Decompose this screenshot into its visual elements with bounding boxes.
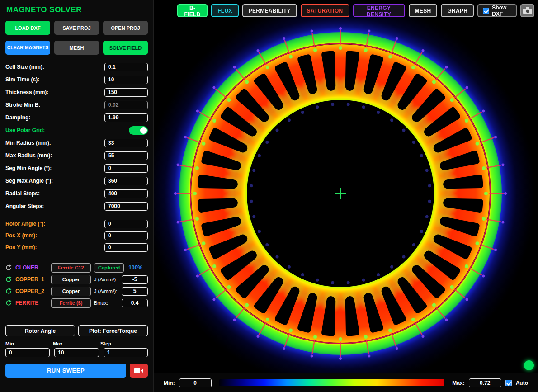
colorbar-max-input[interactable] — [469, 378, 501, 387]
max-radius-label: Max Radius (mm): — [5, 152, 52, 159]
material-name: COPPER_1 — [15, 276, 48, 283]
stroke-min-b-input[interactable] — [104, 101, 148, 109]
record-video-button[interactable] — [130, 364, 148, 378]
polar-grid-toggle[interactable] — [129, 126, 148, 135]
field-row: Radial Steps: — [5, 187, 148, 200]
use-polar-grid-label: Use Polar Grid: — [5, 127, 45, 133]
sweep-max-label: Max — [53, 341, 100, 346]
seg-min-angle-input[interactable] — [104, 164, 148, 173]
field-visualization-canvas[interactable] — [154, 0, 538, 373]
run-sweep-button[interactable]: RUN SWEEP — [5, 364, 126, 378]
field-row: Angular Steps: — [5, 200, 148, 213]
field-row: Pos Y (mm): — [5, 241, 148, 253]
max-radius-input[interactable] — [104, 151, 148, 160]
divider — [5, 258, 148, 258]
copper2-current-input[interactable] — [122, 287, 148, 296]
pos-y-label: Pos Y (mm): — [5, 244, 37, 250]
ferrite-material-button[interactable]: Ferrite ($) — [51, 298, 91, 308]
min-radius-label: Min Radius (mm): — [5, 140, 51, 146]
colorbar-panel: Min: Max: Auto — [154, 373, 538, 392]
field-row: Seg Min Angle (°): — [5, 162, 148, 175]
tab-flux[interactable]: FLUX — [211, 4, 239, 17]
field-row: Seg Max Angle (°): — [5, 175, 148, 187]
tab-energy-density[interactable]: ENERGY DENSITY — [353, 4, 405, 17]
radial-steps-label: Radial Steps: — [5, 190, 40, 197]
field-row: Thickness (mm): — [5, 86, 148, 99]
rotor-angle-input[interactable] — [104, 220, 148, 228]
refresh-icon[interactable] — [5, 264, 12, 271]
field-row: Sim Time (s): — [5, 73, 148, 86]
tab-permeability[interactable]: PERMEABILITY — [242, 4, 297, 17]
camera-icon — [523, 7, 532, 14]
mesh-button[interactable]: MESH — [54, 41, 99, 55]
viewport: B-FIELD FLUX PERMEABILITY SATURATION ENE… — [154, 0, 538, 392]
screenshot-button[interactable] — [520, 4, 534, 17]
damping-label: Damping: — [5, 114, 30, 121]
colorbar-max-label: Max: — [452, 380, 464, 386]
polar-grid-row: Use Polar Grid: — [5, 124, 148, 137]
show-dxf-label: Show DXF — [492, 5, 511, 17]
save-proj-button[interactable]: SAVE PROJ — [54, 21, 99, 35]
field-row: Damping: — [5, 111, 148, 124]
sweep-max-input[interactable] — [54, 348, 99, 357]
sweep-min-input[interactable] — [5, 348, 50, 357]
load-dxf-button[interactable]: LOAD DXF — [5, 21, 50, 35]
sim-time-input[interactable] — [104, 76, 148, 84]
seg-min-angle-label: Seg Min Angle (°): — [5, 165, 52, 171]
angular-steps-input[interactable] — [104, 202, 148, 211]
rotor-angle-label: Rotor Angle (°): — [5, 221, 45, 227]
radial-steps-input[interactable] — [104, 189, 148, 198]
tab-graph[interactable]: GRAPH — [441, 4, 474, 17]
clear-magnets-button[interactable]: CLEAR MAGNETS — [5, 41, 50, 55]
seg-max-angle-input[interactable] — [104, 177, 148, 185]
auto-scale-checkbox[interactable] — [505, 380, 512, 386]
colorbar-min-label: Min: — [164, 380, 175, 386]
tab-saturation[interactable]: SATURATION — [301, 4, 349, 17]
solve-field-button[interactable]: SOLVE FIELD — [103, 41, 148, 55]
field-row: Cell Size (mm): — [5, 61, 148, 73]
open-proj-button[interactable]: OPEN PROJ — [103, 21, 148, 35]
tab-mesh[interactable]: MESH — [409, 4, 438, 17]
view-toolbar: B-FIELD FLUX PERMEABILITY SATURATION ENE… — [177, 4, 534, 17]
sweep-range-inputs — [5, 348, 148, 357]
field-row: Min Radius (mm): — [5, 137, 148, 149]
material-row-cloner: CLONER Ferrite C12 Captured 100% — [5, 262, 148, 274]
ferrite-bmax-input[interactable] — [122, 299, 148, 307]
sidebar: MAGNETO SOLVER LOAD DXF SAVE PROJ OPEN P… — [0, 0, 154, 392]
sweep-step-label: Step — [100, 341, 148, 346]
current-density-label: J (A/mm²): — [94, 288, 117, 294]
pos-x-input[interactable] — [104, 231, 148, 240]
show-dxf-control[interactable]: Show DXF — [477, 4, 517, 17]
angular-steps-label: Angular Steps: — [5, 203, 44, 209]
damping-input[interactable] — [104, 113, 148, 122]
pos-y-input[interactable] — [104, 243, 148, 252]
sweep-min-label: Min — [5, 341, 53, 346]
tab-b-field[interactable]: B-FIELD — [177, 4, 208, 17]
field-row: Rotor Angle (°): — [5, 218, 148, 230]
cell-size-label: Cell Size (mm): — [5, 64, 44, 70]
refresh-icon[interactable] — [5, 276, 12, 283]
cloner-material-button[interactable]: Ferrite C12 — [51, 263, 91, 273]
sweep-step-input[interactable] — [104, 348, 148, 357]
cloner-captured-button[interactable]: Captured — [94, 263, 124, 273]
colorbar-min-input[interactable] — [179, 378, 212, 387]
sweep-mode-row: Rotor Angle Plot: Force/Torque — [5, 325, 148, 336]
sweep-variable-button[interactable]: Rotor Angle — [5, 325, 75, 336]
thickness-input[interactable] — [104, 88, 148, 97]
min-radius-input[interactable] — [104, 139, 148, 147]
copper2-material-button[interactable]: Copper — [51, 287, 91, 296]
toggle-knob — [140, 127, 147, 134]
copper1-current-input[interactable] — [122, 275, 148, 284]
copper1-material-button[interactable]: Copper — [51, 275, 91, 284]
sweep-range-labels: Min Max Step — [5, 341, 148, 346]
cell-size-input[interactable] — [104, 63, 148, 71]
seg-max-angle-label: Seg Max Angle (°): — [5, 178, 53, 184]
refresh-icon[interactable] — [5, 288, 12, 295]
pos-x-label: Pos X (mm): — [5, 232, 37, 239]
sweep-plot-button[interactable]: Plot: Force/Torque — [78, 325, 148, 336]
material-row-copper-1: COPPER_1 Copper J (A/mm²): — [5, 274, 148, 285]
status-indicator[interactable] — [524, 360, 534, 370]
cloner-percent: 100% — [128, 264, 142, 271]
refresh-icon[interactable] — [5, 300, 12, 307]
show-dxf-checkbox[interactable] — [483, 8, 489, 14]
